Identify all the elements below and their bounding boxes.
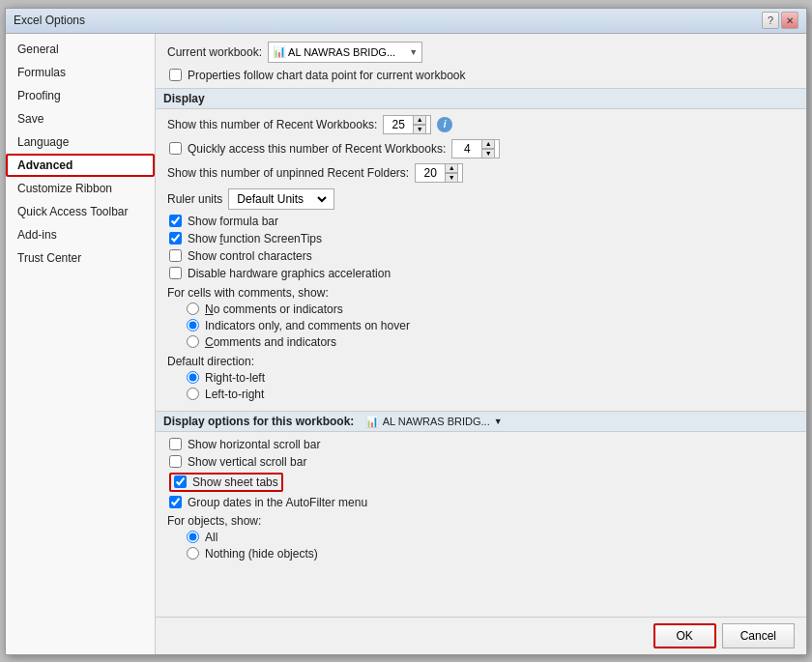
spin-down-recent[interactable]: ▼	[413, 125, 426, 134]
vertical-scroll-checkbox[interactable]	[169, 455, 182, 468]
sidebar-item-trust-center[interactable]: Trust Center	[6, 246, 155, 270]
left-to-right-label: Left-to-right	[205, 388, 264, 401]
group-dates-checkbox[interactable]	[169, 496, 182, 508]
ok-button[interactable]: OK	[653, 623, 716, 648]
nothing-radio-row: Nothing (hide objects)	[167, 547, 795, 561]
formula-bar-label: Show formula bar	[188, 215, 278, 228]
title-bar-controls: ? ✕	[762, 12, 798, 29]
unpinned-row: Show this number of unpinned Recent Fold…	[167, 163, 795, 183]
objects-show-label: For objects, show:	[167, 514, 795, 528]
all-radio[interactable]	[187, 531, 199, 543]
hw-accel-row: Disable hardware graphics acceleration	[167, 267, 795, 280]
properties-chart-checkbox[interactable]	[169, 69, 182, 81]
excel-options-dialog: Excel Options ? ✕ General Formulas Proof…	[5, 8, 807, 655]
spin-up-unpinned[interactable]: ▲	[445, 163, 458, 173]
horizontal-scroll-row: Show horizontal scroll bar	[167, 438, 795, 451]
quick-access-checkbox[interactable]	[169, 142, 182, 155]
right-to-left-row: Right-to-left	[167, 371, 795, 385]
recent-workbooks-spinner[interactable]: ▲ ▼	[383, 115, 431, 134]
hw-accel-checkbox[interactable]	[169, 267, 182, 279]
info-icon-recent: i	[437, 117, 452, 132]
sidebar-item-quick-access-toolbar[interactable]: Quick Access Toolbar	[6, 200, 155, 223]
hw-accel-label: Disable hardware graphics acceleration	[188, 267, 391, 280]
no-comments-radio[interactable]	[187, 302, 199, 315]
unpinned-label: Show this number of unpinned Recent Fold…	[167, 166, 409, 180]
sheet-tabs-highlight: Show sheet tabs	[169, 473, 283, 492]
function-tips-checkbox[interactable]	[169, 232, 182, 245]
recent-workbooks-row: Show this number of Recent Workbooks: ▲ …	[167, 115, 795, 134]
sheet-tabs-row: Show sheet tabs	[167, 473, 795, 492]
indicators-only-label: Indicators only, and comments on hover	[205, 319, 410, 332]
sidebar-item-general[interactable]: General	[6, 38, 155, 61]
workbook2-text: AL NAWRAS BRIDG...	[383, 416, 490, 427]
right-to-left-radio[interactable]	[187, 371, 199, 384]
sidebar-item-proofing[interactable]: Proofing	[6, 84, 155, 107]
sidebar-item-customize-ribbon[interactable]: Customize Ribbon	[6, 177, 155, 200]
spin-up-quick[interactable]: ▲	[481, 139, 495, 149]
workbook-dropdown-text: AL NAWRAS BRIDG...	[288, 46, 407, 58]
display-workbook-section-header: Display options for this workbook: 📊 AL …	[156, 411, 806, 432]
title-bar: Excel Options ? ✕	[6, 9, 806, 34]
left-to-right-radio[interactable]	[187, 388, 199, 400]
formula-bar-checkbox[interactable]	[169, 215, 182, 227]
comments-label: For cells with comments, show:	[167, 286, 795, 300]
dialog-title: Excel Options	[14, 14, 85, 27]
cancel-button[interactable]: Cancel	[722, 623, 795, 648]
spin-down-unpinned[interactable]: ▼	[445, 173, 458, 183]
control-chars-checkbox[interactable]	[169, 249, 182, 262]
dialog-body: General Formulas Proofing Save Language …	[6, 34, 806, 654]
xl-icon-2: 📊	[365, 416, 379, 428]
comments-indicators-row: Comments and indicators	[167, 335, 795, 349]
xl-icon-1: 📊	[273, 45, 286, 58]
vertical-scroll-label: Show vertical scroll bar	[188, 455, 306, 469]
group-dates-row: Group dates in the AutoFilter menu	[167, 496, 795, 509]
recent-workbooks-input[interactable]	[384, 118, 413, 131]
indicators-only-radio[interactable]	[187, 319, 199, 331]
spin-down-quick[interactable]: ▼	[481, 149, 495, 158]
workbook2-arrow: ▼	[494, 417, 503, 426]
sidebar-item-language[interactable]: Language	[6, 130, 155, 154]
default-direction-label: Default direction:	[167, 355, 795, 368]
function-tips-label: Show function ScreenTips	[188, 232, 322, 245]
horizontal-scroll-checkbox[interactable]	[169, 438, 182, 450]
all-radio-row: All	[167, 531, 795, 544]
sheet-tabs-checkbox[interactable]	[174, 475, 187, 488]
sidebar-item-add-ins[interactable]: Add-ins	[6, 223, 155, 246]
quick-access-row: Quickly access this number of Recent Wor…	[167, 139, 795, 158]
content-scroll[interactable]: Current workbook: 📊 AL NAWRAS BRIDG... ▼…	[156, 34, 806, 617]
close-button[interactable]: ✕	[781, 12, 798, 29]
ruler-units-dropdown[interactable]: Default Units Inches Centimeters Millime…	[228, 188, 334, 210]
quick-access-label: Quickly access this number of Recent Wor…	[188, 142, 446, 156]
formula-bar-row: Show formula bar	[167, 215, 795, 228]
sidebar-item-save[interactable]: Save	[6, 107, 155, 130]
sidebar-item-formulas[interactable]: Formulas	[6, 61, 155, 84]
nothing-radio[interactable]	[187, 547, 199, 560]
workbook-dropdown-arrow: ▼	[409, 47, 418, 57]
unpinned-input[interactable]	[416, 166, 445, 180]
ruler-units-select[interactable]: Default Units Inches Centimeters Millime…	[233, 191, 330, 207]
comments-indicators-radio[interactable]	[187, 335, 199, 348]
sidebar-item-advanced[interactable]: Advanced	[6, 154, 155, 177]
function-tips-row: Show function ScreenTips	[167, 232, 795, 245]
properties-checkbox-row: Properties follow chart data point for c…	[167, 69, 795, 82]
quick-access-input[interactable]	[452, 142, 481, 156]
nothing-label: Nothing (hide objects)	[205, 547, 318, 561]
all-label: All	[205, 531, 218, 544]
vertical-scroll-row: Show vertical scroll bar	[167, 455, 795, 469]
spin-up-recent[interactable]: ▲	[413, 115, 426, 125]
current-workbook-dropdown[interactable]: 📊 AL NAWRAS BRIDG... ▼	[268, 42, 422, 63]
left-to-right-row: Left-to-right	[167, 388, 795, 401]
unpinned-spinner[interactable]: ▲ ▼	[415, 163, 463, 183]
quick-access-spinner-btns: ▲ ▼	[481, 139, 495, 158]
help-button[interactable]: ?	[762, 12, 779, 29]
properties-chart-label: Properties follow chart data point for c…	[188, 69, 465, 82]
display-workbook-label: Display options for this workbook:	[163, 415, 354, 428]
group-dates-label: Group dates in the AutoFilter menu	[188, 496, 367, 509]
quick-access-spinner[interactable]: ▲ ▼	[451, 139, 500, 158]
no-comments-row: No comments or indicators	[167, 302, 795, 316]
current-workbook-label: Current workbook:	[167, 45, 262, 59]
ruler-units-row: Ruler units Default Units Inches Centime…	[167, 188, 795, 210]
horizontal-scroll-label: Show horizontal scroll bar	[188, 438, 320, 451]
indicators-only-row: Indicators only, and comments on hover	[167, 319, 795, 332]
current-workbook-row: Current workbook: 📊 AL NAWRAS BRIDG... ▼	[167, 42, 795, 63]
